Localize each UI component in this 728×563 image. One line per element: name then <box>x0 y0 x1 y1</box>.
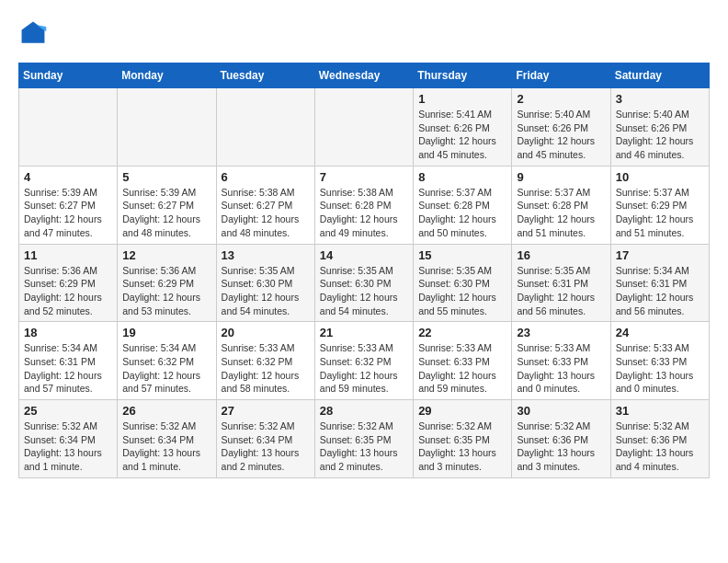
day-info: Sunrise: 5:41 AM Sunset: 6:26 PM Dayligh… <box>418 108 506 162</box>
day-cell: 15Sunrise: 5:35 AM Sunset: 6:30 PM Dayli… <box>414 244 512 322</box>
day-number: 28 <box>320 404 408 418</box>
header-saturday: Saturday <box>610 63 709 88</box>
header-wednesday: Wednesday <box>314 63 413 88</box>
day-cell: 3Sunrise: 5:40 AM Sunset: 6:26 PM Daylig… <box>610 88 709 167</box>
day-info: Sunrise: 5:35 AM Sunset: 6:30 PM Dayligh… <box>418 264 506 318</box>
day-info: Sunrise: 5:32 AM Sunset: 6:35 PM Dayligh… <box>320 419 408 474</box>
day-info: Sunrise: 5:38 AM Sunset: 6:27 PM Dayligh… <box>222 186 310 240</box>
calendar-table: SundayMondayTuesdayWednesdayThursdayFrid… <box>18 63 710 478</box>
week-row-2: 11Sunrise: 5:36 AM Sunset: 6:29 PM Dayli… <box>19 244 710 322</box>
day-cell: 13Sunrise: 5:35 AM Sunset: 6:30 PM Dayli… <box>216 244 314 322</box>
day-number: 9 <box>517 170 605 184</box>
day-cell <box>19 88 118 167</box>
day-number: 15 <box>418 248 506 262</box>
day-info: Sunrise: 5:32 AM Sunset: 6:34 PM Dayligh… <box>222 419 310 474</box>
day-number: 23 <box>517 326 605 339</box>
day-info: Sunrise: 5:32 AM Sunset: 6:34 PM Dayligh… <box>24 419 112 474</box>
day-cell: 24Sunrise: 5:33 AM Sunset: 6:33 PM Dayli… <box>610 322 709 400</box>
day-info: Sunrise: 5:37 AM Sunset: 6:28 PM Dayligh… <box>517 186 605 240</box>
day-cell: 10Sunrise: 5:37 AM Sunset: 6:29 PM Dayli… <box>610 166 709 244</box>
day-cell <box>216 88 314 167</box>
day-cell: 9Sunrise: 5:37 AM Sunset: 6:28 PM Daylig… <box>512 166 610 244</box>
day-number: 20 <box>222 326 310 339</box>
day-cell <box>314 88 413 167</box>
day-cell <box>118 88 216 167</box>
day-info: Sunrise: 5:37 AM Sunset: 6:29 PM Dayligh… <box>616 186 704 240</box>
day-cell: 16Sunrise: 5:35 AM Sunset: 6:31 PM Dayli… <box>512 244 610 322</box>
day-number: 16 <box>517 248 605 262</box>
day-number: 27 <box>222 404 310 418</box>
day-number: 12 <box>122 248 210 262</box>
day-number: 11 <box>24 248 112 262</box>
day-info: Sunrise: 5:33 AM Sunset: 6:33 PM Dayligh… <box>517 341 605 396</box>
header-sunday: Sunday <box>19 63 118 88</box>
day-number: 22 <box>418 326 506 339</box>
day-cell: 14Sunrise: 5:35 AM Sunset: 6:30 PM Dayli… <box>314 244 413 322</box>
day-cell: 19Sunrise: 5:34 AM Sunset: 6:32 PM Dayli… <box>118 322 216 400</box>
day-info: Sunrise: 5:39 AM Sunset: 6:27 PM Dayligh… <box>24 186 112 240</box>
week-row-0: 1Sunrise: 5:41 AM Sunset: 6:26 PM Daylig… <box>19 88 710 167</box>
day-info: Sunrise: 5:36 AM Sunset: 6:29 PM Dayligh… <box>24 264 112 318</box>
day-cell: 21Sunrise: 5:33 AM Sunset: 6:32 PM Dayli… <box>314 322 413 400</box>
day-cell: 28Sunrise: 5:32 AM Sunset: 6:35 PM Dayli… <box>314 400 413 478</box>
day-cell: 7Sunrise: 5:38 AM Sunset: 6:28 PM Daylig… <box>314 166 413 244</box>
day-number: 29 <box>418 404 506 418</box>
day-info: Sunrise: 5:35 AM Sunset: 6:30 PM Dayligh… <box>222 264 310 318</box>
day-info: Sunrise: 5:36 AM Sunset: 6:29 PM Dayligh… <box>122 264 210 318</box>
day-info: Sunrise: 5:38 AM Sunset: 6:28 PM Dayligh… <box>320 186 408 240</box>
day-number: 10 <box>616 170 704 184</box>
day-cell: 12Sunrise: 5:36 AM Sunset: 6:29 PM Dayli… <box>118 244 216 322</box>
day-info: Sunrise: 5:32 AM Sunset: 6:36 PM Dayligh… <box>616 419 704 474</box>
day-info: Sunrise: 5:32 AM Sunset: 6:36 PM Dayligh… <box>517 419 605 474</box>
day-info: Sunrise: 5:40 AM Sunset: 6:26 PM Dayligh… <box>517 108 605 162</box>
day-cell: 6Sunrise: 5:38 AM Sunset: 6:27 PM Daylig… <box>216 166 314 244</box>
week-row-1: 4Sunrise: 5:39 AM Sunset: 6:27 PM Daylig… <box>19 166 710 244</box>
day-cell: 31Sunrise: 5:32 AM Sunset: 6:36 PM Dayli… <box>610 400 709 478</box>
day-info: Sunrise: 5:37 AM Sunset: 6:28 PM Dayligh… <box>418 186 506 240</box>
day-info: Sunrise: 5:35 AM Sunset: 6:31 PM Dayligh… <box>517 264 605 318</box>
calendar-header: SundayMondayTuesdayWednesdayThursdayFrid… <box>19 63 710 88</box>
day-info: Sunrise: 5:34 AM Sunset: 6:31 PM Dayligh… <box>24 341 112 396</box>
day-number: 24 <box>616 326 704 339</box>
day-number: 13 <box>222 248 310 262</box>
day-cell: 27Sunrise: 5:32 AM Sunset: 6:34 PM Dayli… <box>216 400 314 478</box>
day-number: 3 <box>616 92 704 106</box>
logo <box>18 18 53 48</box>
day-info: Sunrise: 5:33 AM Sunset: 6:33 PM Dayligh… <box>418 341 506 396</box>
day-number: 18 <box>24 326 112 339</box>
day-info: Sunrise: 5:32 AM Sunset: 6:35 PM Dayligh… <box>418 419 506 474</box>
day-info: Sunrise: 5:39 AM Sunset: 6:27 PM Dayligh… <box>122 186 210 240</box>
day-cell: 17Sunrise: 5:34 AM Sunset: 6:31 PM Dayli… <box>610 244 709 322</box>
day-cell: 23Sunrise: 5:33 AM Sunset: 6:33 PM Dayli… <box>512 322 610 400</box>
day-number: 8 <box>418 170 506 184</box>
day-info: Sunrise: 5:40 AM Sunset: 6:26 PM Dayligh… <box>616 108 704 162</box>
day-number: 31 <box>616 404 704 418</box>
day-number: 6 <box>222 170 310 184</box>
header-friday: Friday <box>512 63 610 88</box>
day-number: 25 <box>24 404 112 418</box>
day-cell: 29Sunrise: 5:32 AM Sunset: 6:35 PM Dayli… <box>414 400 512 478</box>
header-tuesday: Tuesday <box>216 63 314 88</box>
day-number: 26 <box>122 404 210 418</box>
day-number: 30 <box>517 404 605 418</box>
day-info: Sunrise: 5:35 AM Sunset: 6:30 PM Dayligh… <box>320 264 408 318</box>
calendar-body: 1Sunrise: 5:41 AM Sunset: 6:26 PM Daylig… <box>19 88 710 478</box>
day-cell: 11Sunrise: 5:36 AM Sunset: 6:29 PM Dayli… <box>19 244 118 322</box>
week-row-4: 25Sunrise: 5:32 AM Sunset: 6:34 PM Dayli… <box>19 400 710 478</box>
header-thursday: Thursday <box>414 63 512 88</box>
day-cell: 25Sunrise: 5:32 AM Sunset: 6:34 PM Dayli… <box>19 400 118 478</box>
day-info: Sunrise: 5:33 AM Sunset: 6:33 PM Dayligh… <box>616 341 704 396</box>
day-number: 4 <box>24 170 112 184</box>
day-cell: 4Sunrise: 5:39 AM Sunset: 6:27 PM Daylig… <box>19 166 118 244</box>
day-info: Sunrise: 5:32 AM Sunset: 6:34 PM Dayligh… <box>122 419 210 474</box>
day-number: 7 <box>320 170 408 184</box>
header-row: SundayMondayTuesdayWednesdayThursdayFrid… <box>19 63 710 88</box>
day-number: 21 <box>320 326 408 339</box>
day-cell: 1Sunrise: 5:41 AM Sunset: 6:26 PM Daylig… <box>414 88 512 167</box>
day-info: Sunrise: 5:33 AM Sunset: 6:32 PM Dayligh… <box>320 341 408 396</box>
day-number: 14 <box>320 248 408 262</box>
day-cell: 5Sunrise: 5:39 AM Sunset: 6:27 PM Daylig… <box>118 166 216 244</box>
day-info: Sunrise: 5:34 AM Sunset: 6:31 PM Dayligh… <box>616 264 704 318</box>
header-monday: Monday <box>118 63 216 88</box>
day-number: 1 <box>418 92 506 106</box>
